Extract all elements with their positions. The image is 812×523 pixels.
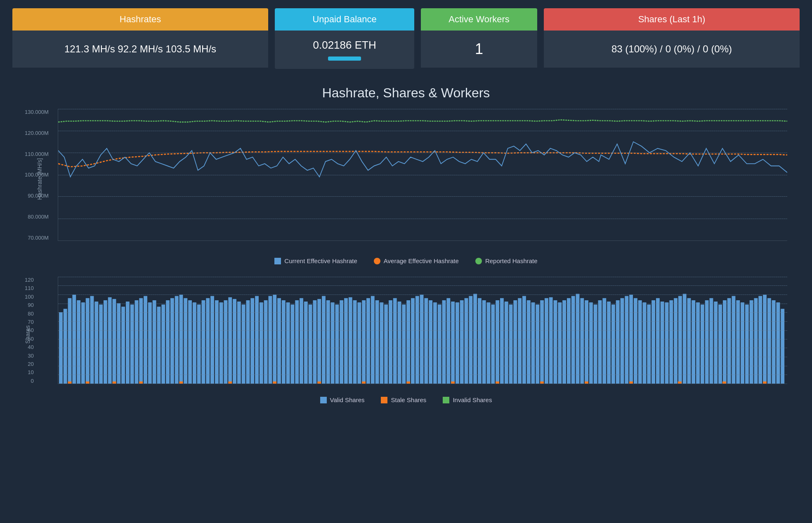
chart-title: Hashrate, Shares & Workers [12,85,800,101]
svg-rect-70 [371,296,375,384]
unpaid-value: 0.02186 ETH [313,39,376,52]
hashrates-text: 121.3 MH/s 92.2 MH/s 103.5 MH/s [64,42,216,57]
svg-rect-66 [353,300,357,384]
shares-grid [58,277,787,384]
svg-rect-51 [286,302,290,384]
svg-rect-31 [197,304,201,384]
svg-rect-147 [714,302,718,384]
svg-rect-4 [77,300,80,384]
svg-rect-26 [175,296,179,384]
svg-rect-52 [290,304,294,384]
svg-rect-14 [121,307,125,384]
svg-rect-127 [625,296,628,384]
unpaid-balance-card: Unpaid Balance 0.02186 ETH [275,8,414,69]
svg-rect-103 [518,298,522,384]
hashrates-card: Hashrates 121.3 MH/s 92.2 MH/s 103.5 MH/… [12,8,268,69]
svg-rect-176 [585,382,588,384]
svg-rect-122 [602,298,606,384]
svg-rect-45 [260,302,263,384]
shares-legend: Valid Shares Stale Shares Invalid Shares [12,392,800,408]
svg-rect-156 [754,298,758,384]
legend-current-hashrate: Current Effective Hashrate [274,257,357,264]
legend-reported-icon [475,258,482,264]
svg-rect-79 [411,298,415,384]
svg-rect-137 [669,300,673,384]
svg-rect-106 [531,302,535,384]
svg-rect-131 [643,302,647,384]
svg-rect-29 [188,300,192,384]
svg-rect-179 [722,382,726,384]
svg-rect-117 [580,298,584,384]
svg-rect-160 [772,300,776,384]
svg-rect-113 [562,300,566,384]
svg-rect-180 [763,382,767,384]
svg-rect-30 [193,302,196,384]
active-workers-card: Active Workers 1 [421,8,537,69]
svg-rect-168 [228,382,232,384]
svg-rect-68 [362,300,366,384]
svg-rect-9 [99,304,103,384]
svg-rect-144 [701,304,704,384]
svg-rect-141 [687,298,691,384]
dashboard: Hashrates 121.3 MH/s 92.2 MH/s 103.5 MH/… [0,0,812,420]
svg-rect-42 [246,300,250,384]
svg-rect-112 [558,302,562,384]
legend-invalid-label: Invalid Shares [453,396,492,403]
svg-rect-129 [634,298,637,384]
svg-rect-142 [692,300,695,384]
svg-rect-65 [349,297,352,384]
svg-rect-6 [86,298,90,384]
svg-rect-159 [767,298,771,384]
shares-value: 83 (100%) / 0 (0%) / 0 (0%) [544,31,800,68]
svg-rect-157 [758,296,762,384]
svg-rect-167 [179,382,183,384]
svg-rect-53 [295,300,299,384]
svg-rect-10 [104,300,107,384]
workers-value: 1 [421,31,537,68]
hashrate-legend: Current Effective Hashrate Average Effec… [12,253,800,273]
svg-rect-151 [732,296,736,384]
svg-rect-139 [678,296,682,384]
svg-rect-155 [750,300,753,384]
svg-rect-69 [366,298,370,384]
legend-valid-icon [320,397,327,403]
svg-rect-178 [678,382,682,384]
chart-section: Hashrate, Shares & Workers Hashrate [MH/… [12,81,800,412]
svg-rect-12 [113,299,116,384]
svg-rect-153 [741,302,744,384]
svg-rect-92 [469,296,472,384]
svg-rect-34 [210,296,214,384]
legend-reported-hashrate: Reported Hashrate [475,257,538,264]
svg-rect-154 [745,304,749,384]
svg-rect-41 [242,304,245,384]
unpaid-label: Unpaid Balance [275,8,414,31]
svg-rect-17 [135,300,139,384]
svg-rect-101 [509,304,513,384]
legend-average-icon [374,258,380,264]
svg-rect-22 [157,307,161,384]
svg-rect-46 [264,300,268,384]
svg-rect-135 [661,302,664,384]
svg-rect-40 [237,302,241,384]
svg-rect-19 [144,296,147,384]
svg-rect-172 [406,382,410,384]
svg-rect-72 [380,302,383,384]
svg-rect-58 [317,299,321,384]
svg-rect-118 [585,300,588,384]
svg-rect-49 [277,298,281,384]
svg-rect-138 [674,298,677,384]
svg-rect-145 [705,300,709,384]
svg-rect-115 [571,296,575,384]
svg-rect-165 [113,382,116,384]
svg-rect-54 [300,298,303,384]
svg-rect-55 [304,302,308,384]
svg-rect-28 [184,298,187,384]
hashrates-label: Hashrates [12,8,268,31]
svg-rect-67 [357,302,361,384]
svg-rect-126 [621,298,624,384]
svg-rect-1 [64,309,67,384]
svg-rect-162 [781,309,784,384]
svg-rect-170 [317,382,321,384]
svg-rect-111 [554,300,557,384]
svg-rect-82 [424,298,428,384]
